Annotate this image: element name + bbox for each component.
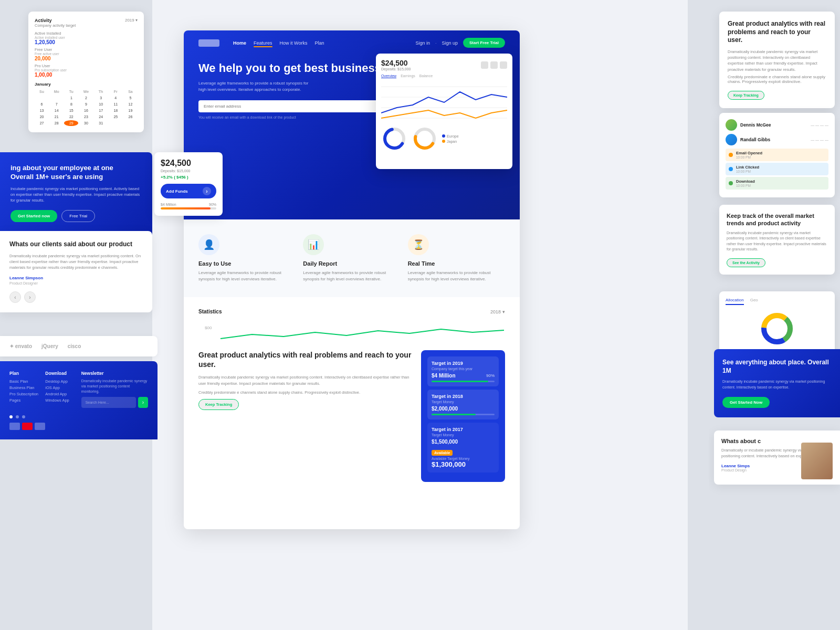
footer-newsletter-input[interactable] <box>81 397 136 408</box>
dash-donut-row: Europe Japan <box>381 125 507 152</box>
cal-day-10[interactable]: 10 <box>94 101 108 107</box>
footer-plan-pro[interactable]: Pro Subscription <box>9 392 39 396</box>
cal-day-1[interactable]: 1 <box>64 95 78 101</box>
cal-day-4[interactable]: 4 <box>109 95 123 101</box>
dash-deposit-label: Deposits: $15,000 <box>381 67 411 71</box>
fc-bar-left: $4 Million <box>161 203 176 206</box>
cal-day-22[interactable]: 22 <box>64 114 78 120</box>
hero-subtitle: Leverage agile frameworks to provide a r… <box>198 80 314 93</box>
cal-day-7[interactable]: 7 <box>49 101 64 107</box>
email-avatar-2 <box>726 134 737 145</box>
cal-day-19[interactable]: 19 <box>123 108 138 113</box>
cal-day-20[interactable]: 20 <box>35 114 49 120</box>
footer-download-ios[interactable]: iOS App <box>45 385 75 390</box>
cal-day-31[interactable]: 31 <box>94 120 108 126</box>
see-activity-button[interactable]: See the Activity <box>727 258 765 267</box>
available-block: Available Available Target Money $1,300,… <box>432 447 495 468</box>
cal-day-21[interactable]: 21 <box>49 114 64 120</box>
get-started-now-button[interactable]: Get Started now <box>10 210 57 222</box>
footer-download-windows[interactable]: Windows App <box>45 398 75 403</box>
footer-plan-business[interactable]: Business Plan <box>9 385 39 390</box>
stats-year-selector[interactable]: 2018 ▾ <box>490 309 505 314</box>
stats-title: Statistics <box>198 309 222 314</box>
dot-email-opened <box>729 153 733 157</box>
cal-day-28[interactable]: 28 <box>49 120 64 126</box>
cal-day-26[interactable]: 26 <box>123 114 138 120</box>
svg-text:$00: $00 <box>205 326 212 330</box>
cal-day-9[interactable]: 9 <box>79 101 93 107</box>
act-time-email-opened: 10:00 PM <box>736 155 762 159</box>
nav-link-home[interactable]: Home <box>233 40 246 46</box>
target-2018-subtitle: Target Money <box>432 400 495 404</box>
cal-day-18[interactable]: 18 <box>109 108 123 113</box>
cal-day-23[interactable]: 23 <box>79 114 93 120</box>
cal-day-29-today[interactable]: 29 <box>64 120 78 126</box>
cal-day-14[interactable]: 14 <box>49 108 64 113</box>
ac-stats-row3: Pro User Pro subscription user 1,00,00 <box>35 64 138 78</box>
start-free-trial-button[interactable]: Start Free Trial <box>463 38 505 48</box>
footer-dot-3 <box>22 415 25 418</box>
right-keep-tracking-button[interactable]: Keep Tracking <box>728 91 764 100</box>
dash-tab-overview[interactable]: Overview <box>381 74 396 78</box>
market-card-title: Keep track of the overall market trends … <box>727 212 827 227</box>
target-2019-row: $4 Million 90% <box>432 373 495 379</box>
feature-easy-to-use: 👤 Easy to Use Leverage agile frameworks … <box>198 234 296 282</box>
add-funds-button[interactable]: Add Funds › <box>161 184 216 198</box>
cal-day-25[interactable]: 25 <box>109 114 123 120</box>
dash-legend-japan: Japan <box>442 140 459 143</box>
cal-day-30[interactable]: 30 <box>79 120 93 126</box>
fc-amount: $24,500 <box>161 159 216 168</box>
cal-day-2[interactable]: 2 <box>79 95 93 101</box>
get-started-now-right-button[interactable]: Get Started Now <box>722 397 770 408</box>
footer-newsletter-submit-button[interactable]: › <box>138 397 148 408</box>
target-2019-block: Target in 2019 Company target this year … <box>427 356 499 386</box>
nav-signin-link[interactable]: Sign in <box>415 40 430 46</box>
cal-day-16[interactable]: 16 <box>79 108 93 113</box>
dash-chart-area <box>381 81 507 123</box>
footer-download-desktop[interactable]: Desktop App <box>45 379 75 384</box>
ac-header: Activity Company activity target 2019 ▾ <box>35 18 138 28</box>
target-2018-amount: $2,000,000 <box>432 406 495 412</box>
allocation-tab-allocation[interactable]: Allocation <box>726 298 744 305</box>
allocation-tab-geo[interactable]: Geo <box>750 298 758 305</box>
dash-tab-earnings[interactable]: Earnings <box>401 74 415 78</box>
available-label: Available <box>432 450 453 456</box>
ac-stats-row: Active Installed Active installed user 1… <box>35 31 138 45</box>
footer-newsletter-form: › <box>81 397 148 408</box>
email-user-1-name: Dennis McGee <box>740 122 771 128</box>
footer-download-android[interactable]: Android App <box>45 392 75 396</box>
features-grid: 👤 Easy to Use Leverage agile frameworks … <box>198 234 505 282</box>
rbb-title: See averything about place. Overall 1M <box>722 359 832 375</box>
activity-email-opened-content: Email Opened 10:00 PM <box>736 151 762 159</box>
feature-desc-0: Leverage agile frameworks to provide rob… <box>198 270 288 282</box>
cal-day-13[interactable]: 13 <box>35 108 49 113</box>
rbb-desc: Dramatically incubate pandemic synergy v… <box>722 379 832 390</box>
left-panel: Activity Company activity target 2019 ▾ … <box>0 0 184 630</box>
testimonial-prev-button[interactable]: ‹ <box>9 291 21 303</box>
cal-day-15[interactable]: 15 <box>64 108 78 113</box>
cal-day-17[interactable]: 17 <box>94 108 108 113</box>
fc-progress-bar <box>161 207 216 209</box>
cal-day-11[interactable]: 11 <box>109 101 123 107</box>
cal-day-12[interactable]: 12 <box>123 101 138 107</box>
cal-day-8[interactable]: 8 <box>64 101 78 107</box>
free-trial-button[interactable]: Free Trial <box>61 210 95 222</box>
footer-plan-pages[interactable]: Pages <box>9 398 39 403</box>
keep-tracking-button[interactable]: Keep Tracking <box>198 399 239 410</box>
cal-day-5[interactable]: 5 <box>123 95 138 101</box>
footer-plan-basic[interactable]: Basic Plan <box>9 379 39 384</box>
dash-tab-balance[interactable]: Balance <box>419 74 433 78</box>
nav-link-plan[interactable]: Plan <box>314 40 324 46</box>
rtc-title: Great product analytics with real proble… <box>728 20 826 45</box>
cal-day-27[interactable]: 27 <box>35 120 49 126</box>
fc-deposit-label: Deposits: $15,000 <box>161 169 216 173</box>
act-time-download: 10:00 PM <box>736 184 755 187</box>
nav-link-how-it-works[interactable]: How it Works <box>280 40 308 46</box>
cal-day-6[interactable]: 6 <box>35 101 49 107</box>
testimonial-next-button[interactable]: › <box>24 291 36 303</box>
nav-signup-link[interactable]: Sign up <box>442 40 458 46</box>
nav-link-features[interactable]: Features <box>254 40 272 46</box>
dash-header: $24,500 Deposits: $15,000 <box>381 59 507 71</box>
cal-day-24[interactable]: 24 <box>94 114 108 120</box>
cal-day-3[interactable]: 3 <box>94 95 108 101</box>
